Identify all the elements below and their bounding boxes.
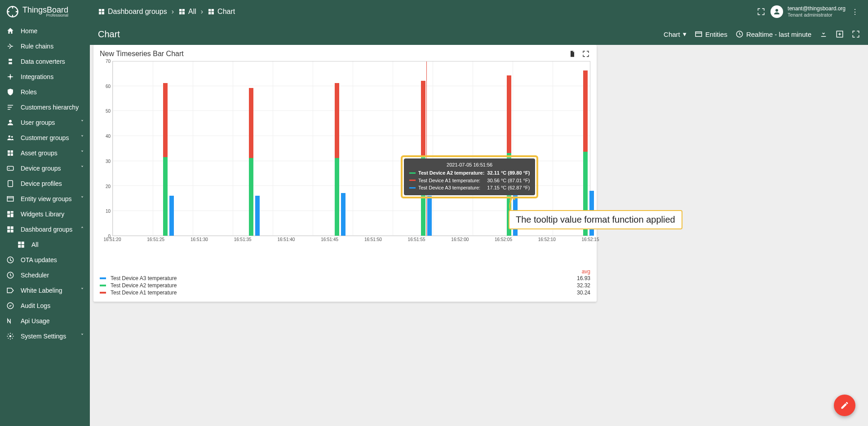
sidebar-item[interactable]: OTA updates [0,252,90,268]
sidebar-item-label: Rule chains [21,43,53,50]
sidebar-item-label: Asset groups [21,149,58,157]
svg-rect-32 [102,12,104,14]
sidebar-item-label: All [31,241,39,248]
svg-rect-7 [8,154,10,156]
device-icon [6,164,14,172]
sidebar-item[interactable]: Device profiles [0,176,90,191]
sidebar-item[interactable]: Rule chains [0,39,90,54]
user-role: Tenant administrator [788,12,846,18]
sidebar-item[interactable]: Customer groups˅ [0,130,90,145]
dash-icon [6,225,14,233]
chevron-down-icon: ˅ [81,165,84,171]
home-icon [6,27,14,35]
breadcrumb-item[interactable]: All [178,8,196,16]
sidebar-item[interactable]: Integrations [0,69,90,84]
breadcrumb-label: Dashboard groups [108,8,167,16]
sidebar-item[interactable]: Device groups˅ [0,161,90,176]
sidebar-item-label: Entity view groups [21,195,72,202]
asset-icon [6,149,14,157]
legend-row[interactable]: Test Device A3 temperature16.93 [100,275,590,282]
svg-rect-16 [7,215,10,217]
sidebar-nav: HomeRule chainsData convertersIntegratio… [0,23,90,344]
legend-label: Test Device A1 temperature [111,290,177,296]
settings-icon [6,332,14,340]
sidebar-item[interactable]: Roles [0,84,90,100]
sidebar-item-label: System Settings [21,333,66,340]
svg-rect-35 [179,12,182,14]
export-button[interactable] [819,30,828,38]
dash-icon [17,241,25,249]
fullscreen-button[interactable] [852,30,860,38]
svg-rect-13 [7,211,10,214]
chevron-down-icon: ˅ [81,333,84,339]
kebab-menu-icon[interactable]: ⋮ [850,7,860,17]
user-info[interactable]: tenant@thingsboard.org Tenant administra… [788,6,846,18]
svg-point-4 [11,136,13,138]
sidebar-item-label: Data converters [21,58,65,65]
widget-export-icon[interactable] [568,49,577,58]
sidebar-item[interactable]: Home [0,23,90,39]
dashboard-icon [178,8,186,15]
sidebar-item-label: Widgets Library [21,211,64,218]
dashboard-icon [208,8,215,15]
sidebar-item[interactable]: Data converters [0,54,90,69]
hier-icon [6,103,14,111]
sidebar-item-label: OTA updates [21,256,57,264]
sidebar-item[interactable]: Asset groups˅ [0,145,90,161]
sidebar-item[interactable]: System Settings˅ [0,329,90,344]
entities-icon [695,30,703,38]
sidebar-item-label: User groups [21,119,55,126]
widget-fullscreen-icon[interactable] [581,49,590,58]
timewindow-button[interactable]: Realtime - last minute [735,30,811,38]
legend-row[interactable]: Test Device A1 temperature30.24 [100,289,590,296]
svg-rect-19 [7,230,10,233]
legend-row[interactable]: Test Device A2 temperature32.32 [100,282,590,289]
sidebar-item[interactable]: White Labeling˅ [0,283,90,298]
convert-icon [6,57,14,66]
label-icon [6,286,14,294]
sidebar-item[interactable]: Customers hierarchy [0,100,90,115]
breadcrumb-item[interactable]: Dashboard groups [98,8,167,16]
breadcrumb-separator: › [172,8,174,16]
edit-fab-button[interactable] [834,395,855,416]
chart-legend: avg Test Device A3 temperature16.93Test … [100,268,590,296]
legend-avg-value: 32.32 [577,282,590,289]
shield-icon [6,88,14,96]
chart[interactable]: 010203040506070 16:51:2016:51:2516:51:30… [100,61,590,254]
sidebar-item[interactable]: All [0,237,90,252]
board-export-button[interactable] [836,30,844,38]
breadcrumb-item[interactable]: Chart [208,8,235,16]
pencil-icon [840,401,849,410]
svg-rect-20 [11,230,13,233]
sidebar-item[interactable]: Scheduler [0,268,90,283]
svg-rect-22 [22,242,24,244]
sidebar-item[interactable]: User groups˅ [0,115,90,130]
audit-icon [6,302,14,310]
entities-button[interactable]: Entities [695,30,727,38]
clock-icon [735,30,744,38]
svg-rect-6 [11,150,13,153]
sidebar-item[interactable]: Widgets Library [0,206,90,222]
widget-icon [6,210,14,218]
legend-swatch [100,277,106,279]
sidebar-item-label: Api Usage [21,317,50,325]
sidebar-item[interactable]: Audit Logs [0,298,90,313]
dashboard-dropdown[interactable]: Chart ▾ [664,30,686,38]
svg-point-2 [9,120,12,123]
user-icon [6,119,14,127]
download-icon [819,30,828,38]
sidebar-item[interactable]: Api Usage [0,313,90,329]
caret-down-icon: ▾ [683,30,686,38]
breadcrumb-label: Chart [217,8,235,16]
sidebar-item[interactable]: Dashboard groups˄ [0,222,90,237]
legend-swatch [100,285,106,286]
fullscreen-icon[interactable] [756,7,766,17]
sidebar-item[interactable]: Entity view groups˅ [0,191,90,206]
brand-logo[interactable]: ThingsBoard Professional [0,0,90,23]
svg-rect-40 [212,12,214,14]
dashboard-icon [98,8,105,15]
sidebar-item-label: Device profiles [21,180,62,187]
avatar[interactable] [771,5,783,18]
logo-icon [6,5,19,18]
svg-point-10 [9,168,9,169]
